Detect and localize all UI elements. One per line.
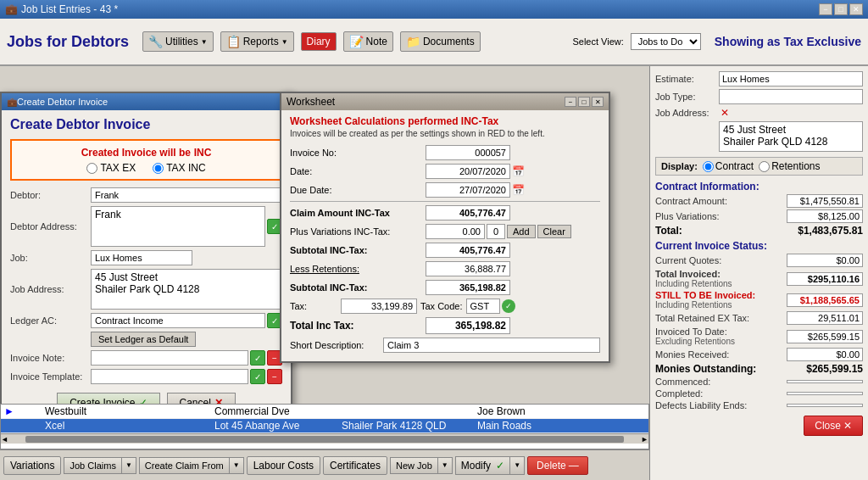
worksheet-maximize-button[interactable]: □ [578,97,590,107]
create-claim-button[interactable]: Create Claim From [140,458,230,473]
table-row[interactable]: Xcel Lot 45 Abange Ave Shailer Park 4128… [1,419,648,433]
select-view-dropdown[interactable]: Jobs to Do [631,33,701,50]
job-address-right-label: Job Address: [655,108,719,118]
debtor-address-label: Debtor Address: [10,221,91,232]
worksheet-close-button[interactable]: ✕ [592,97,604,107]
contract-info-title: Contract Information: [655,181,863,193]
create-claim-arrow-icon[interactable]: ▼ [230,459,243,472]
retentions-radio[interactable] [759,161,770,172]
contact-col2: Main Roads [476,420,560,432]
utilities-arrow-icon: ▼ [201,38,208,46]
invoice-template-green-button[interactable]: ✓ [250,369,265,384]
create-invoice-dialog-content: Create Debtor Invoice Created Invoice wi… [2,110,291,423]
invoice-no-input[interactable] [426,145,510,160]
create-invoice-dialog-titlebar: 💼 Create Debtor Invoice [2,93,291,110]
commenced-value [787,380,863,383]
date-input[interactable] [426,164,510,179]
short-description-label: Short Description: [290,340,383,350]
invoice-no-row: Invoice No: [290,145,600,160]
certificates-button[interactable]: Certificates [323,456,387,475]
app-title: Jobs for Debtors [7,33,129,51]
ledger-input[interactable] [91,313,265,328]
tax-ex-option[interactable]: TAX EX [86,162,136,174]
job-claims-arrow-icon[interactable]: ▼ [122,459,136,472]
tax-inc-radio[interactable] [153,163,164,174]
note-button[interactable]: 📝 Note [343,31,393,52]
total-invoiced-sub: Including Retentions [655,279,732,288]
commenced-row: Commenced: [655,377,863,387]
set-ledger-default-button[interactable]: Set Ledger as Default [91,332,196,347]
job-type-input[interactable] [719,89,863,104]
maximize-button[interactable]: □ [834,3,848,15]
reports-arrow-icon: ▼ [281,38,288,46]
tax-ex-radio[interactable] [86,163,97,174]
job-input[interactable] [91,250,192,265]
table-row[interactable]: ► Westbuilt Commercial Dve Joe Brown [1,405,648,419]
minimize-button[interactable]: − [819,3,832,15]
job-claims-button[interactable]: Job Claims [64,458,121,473]
documents-button[interactable]: 📁 Documents [400,31,481,52]
col2b [145,420,213,432]
less-retentions-label[interactable]: Less Retentions: [290,264,426,274]
job-type-row: Job Type: [655,89,863,104]
retentions-radio-option[interactable]: Retentions [759,160,820,172]
clear-variation-button[interactable]: Clear [537,225,571,238]
still-to-be-sub: Including Retentions [655,300,755,310]
invoice-template-red-button[interactable]: − [267,369,282,384]
estimate-input[interactable] [719,71,863,87]
short-description-input[interactable] [383,338,600,353]
invoice-note-green-button[interactable]: ✓ [250,350,265,366]
modify-button[interactable]: Modify ✓ [456,457,510,474]
debtor-input[interactable] [91,187,282,203]
tax-code-input[interactable] [466,299,500,314]
suburb-col2: Shailer Park 4128 QLD [340,420,476,432]
reports-button[interactable]: 📋 Reports ▼ [220,31,294,52]
plus-variations-input[interactable] [426,224,485,239]
row-indicator3 [16,420,30,432]
scroll-thumb[interactable] [25,436,624,443]
variations-button[interactable]: Variations [3,456,61,475]
select-view-label: Select View: [572,36,623,47]
delete-button[interactable]: Delete — [527,456,588,475]
subtotal2-label: Subtotal INC-Tax: [290,282,426,293]
contract-radio-option[interactable]: Contract [703,160,754,172]
tax-inc-option[interactable]: TAX INC [153,162,205,174]
modify-arrow-icon[interactable]: ▼ [510,459,524,472]
invoice-template-input[interactable] [91,369,248,384]
scroll-right-icon[interactable]: ► [641,435,648,444]
contract-radio[interactable] [703,161,714,172]
completed-value [787,392,863,395]
date-calendar-icon[interactable]: 📅 [512,165,525,177]
new-job-button[interactable]: New Job [391,458,438,473]
subtotal2-input[interactable] [426,280,510,295]
subtotal1-input[interactable] [426,243,510,258]
utilities-button[interactable]: 🔧 Utilities ▼ [142,31,214,52]
job-address-header-row: Job Address: ✕ [655,107,863,119]
job-address-clear-icon[interactable]: ✕ [721,107,729,119]
labour-costs-button[interactable]: Labour Costs [247,456,320,475]
scroll-left-icon[interactable]: ◄ [1,435,8,444]
tax-input[interactable] [341,299,417,314]
date-row: Date: 📅 [290,164,600,179]
less-retentions-input[interactable] [426,261,510,276]
plus-variations-count-input[interactable] [487,224,505,239]
new-job-arrow-icon[interactable]: ▼ [438,459,452,472]
debtor-address-field-row: Debtor Address: Frank ✓ [10,206,282,247]
plus-variations-right-label: Plus Variations: [655,211,720,221]
worksheet-minimize-button[interactable]: − [565,97,576,107]
address-col: Commercial Dve [213,405,340,417]
close-button[interactable]: ✕ [849,3,863,15]
invoice-note-input[interactable] [91,350,248,366]
claim-amount-input[interactable] [426,205,510,220]
horizontal-scrollbar[interactable]: ◄ ► [1,433,648,444]
create-invoice-dialog-title: Create Debtor Invoice [17,97,108,107]
close-button[interactable]: Close ✕ [804,416,863,436]
total-inc-tax-input[interactable] [426,317,510,334]
due-date-row: Due Date: 📅 [290,182,600,198]
row-indicator [16,405,30,417]
due-date-input[interactable] [426,182,510,198]
add-variation-button[interactable]: Add [507,225,536,238]
jobs-table: ► Westbuilt Commercial Dve Joe Brown Xce… [0,404,649,449]
diary-button[interactable]: Diary [301,32,337,51]
due-date-calendar-icon[interactable]: 📅 [512,184,525,196]
